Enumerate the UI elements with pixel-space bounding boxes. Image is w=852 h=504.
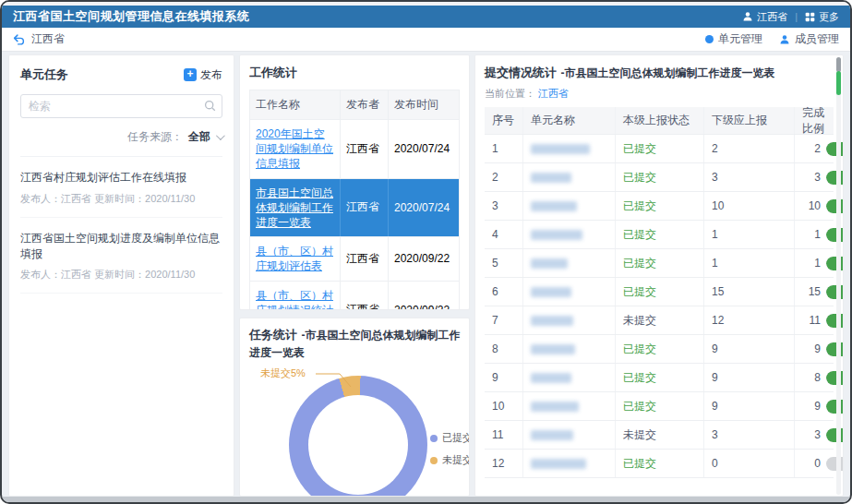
plus-icon: + — [184, 68, 197, 81]
submission-table-row[interactable]: 7 未提交 12 11 92% — [485, 306, 834, 335]
report-status: 已提交 — [623, 456, 656, 472]
unit-name-redacted — [531, 144, 590, 154]
row-seq: 4 — [485, 221, 523, 248]
work-publish-date: 2020/09/22 — [389, 237, 459, 280]
task-search-input[interactable] — [20, 94, 222, 118]
unit-name-redacted — [531, 344, 575, 354]
submission-stats-panel: 提交情况统计 -市县国土空间总体规划编制工作进度一览表 当前位置： 江西省 序号… — [474, 54, 844, 497]
publish-button[interactable]: + 发布 — [184, 67, 222, 83]
report-status: 未提交 — [623, 427, 656, 443]
work-publisher: 江西省 — [341, 237, 389, 280]
submission-table-row[interactable]: 12 已提交 0 0 0% — [485, 450, 834, 478]
work-table-row[interactable]: 县（市、区）村庄规划评估表 江西省 2020/09/22 — [250, 237, 459, 281]
progress-percent: 100% — [826, 257, 844, 270]
submission-table-row[interactable]: 11 未提交 3 3 100% — [485, 421, 834, 450]
user-icon — [742, 11, 753, 22]
submission-table-row[interactable]: 8 已提交 9 9 100% — [485, 335, 834, 364]
vertical-scrollbar[interactable] — [836, 57, 841, 495]
legend-dot-icon — [430, 435, 438, 442]
window-bottom-edge — [2, 497, 850, 502]
work-publisher: 江西省 — [341, 120, 389, 178]
header-divider: | — [795, 11, 798, 22]
row-seq: 8 — [485, 335, 523, 363]
progress-percent: 92% — [826, 314, 844, 328]
subordinate-done: 9 — [802, 400, 821, 413]
progress-percent: 100% — [826, 171, 844, 185]
location-link[interactable]: 江西省 — [538, 88, 569, 99]
unit-name-redacted — [531, 173, 571, 183]
submission-table-row[interactable]: 4 已提交 1 1 100% — [485, 221, 834, 249]
more-menu[interactable]: 更多 — [805, 10, 839, 24]
progress-bar: 100% — [826, 285, 844, 299]
main-content: 单元任务 + 发布 任务来源： 全部 江西省村庄规划评估工作在线填报 发布人：江… — [2, 52, 850, 497]
subordinate-due: 3 — [704, 421, 795, 449]
report-status: 已提交 — [623, 399, 656, 414]
work-table-row[interactable]: 市县国土空间总体规划编制工作进度一览表 江西省 2020/07/24 — [250, 179, 459, 238]
work-name-link[interactable]: 县（市、区）村庄规划评估表 — [256, 244, 334, 273]
progress-bar: 89% — [826, 371, 844, 385]
subordinate-due: 0 — [704, 450, 795, 477]
task-title: 江西省村庄规划评估工作在线填报 — [20, 170, 222, 186]
submission-table-row[interactable]: 3 已提交 10 10 100% — [485, 192, 834, 221]
scrollbar-thumb[interactable] — [836, 71, 841, 95]
work-table-row[interactable]: 县（市、区）村庄规划情况统计表 江西省 2020/09/22 — [250, 282, 459, 311]
search-icon[interactable] — [204, 100, 216, 112]
col-unit-name: 单元名称 — [523, 107, 616, 134]
progress-percent: 100% — [826, 285, 844, 299]
legend-item[interactable]: 未提交 — [430, 453, 470, 467]
subordinate-done: 0 — [802, 457, 821, 470]
col-publisher: 发布者 — [341, 90, 389, 119]
donut-chart: 未提交5% 已提交95% 已提交 未提交 — [249, 365, 470, 497]
subordinate-due: 9 — [704, 335, 795, 363]
subordinate-due: 3 — [704, 163, 795, 191]
row-seq: 3 — [485, 192, 523, 220]
chevron-down-icon[interactable] — [216, 131, 225, 140]
back-button[interactable]: 江西省 — [13, 31, 65, 47]
work-table-row[interactable]: 2020年国土空间规划编制单位信息填报 江西省 2020/07/24 — [250, 120, 459, 179]
unit-name-redacted — [531, 459, 586, 469]
submission-stats-subtitle: -市县国土空间总体规划编制工作进度一览表 — [560, 66, 774, 79]
report-status: 已提交 — [623, 227, 656, 243]
work-stats-title: 工作统计 — [249, 65, 460, 81]
subordinate-done: 9 — [802, 342, 821, 355]
submission-table-row[interactable]: 10 已提交 9 9 100% — [485, 392, 834, 421]
report-status: 已提交 — [623, 284, 656, 300]
work-name-link[interactable]: 2020年国土空间规划编制单位信息填报 — [256, 126, 334, 172]
col-subordinate-due: 下级应上报 — [704, 107, 795, 134]
unit-tasks-title: 单元任务 — [20, 66, 68, 83]
work-publisher: 江西省 — [341, 179, 389, 237]
work-name-link[interactable]: 市县国土空间总体规划编制工作进度一览表 — [256, 186, 334, 231]
submission-table-row[interactable]: 2 已提交 3 3 100% — [485, 163, 834, 192]
task-source-select[interactable]: 全部 — [188, 129, 210, 145]
subordinate-done: 10 — [802, 199, 821, 212]
row-seq: 2 — [485, 163, 523, 191]
subordinate-done: 15 — [802, 285, 821, 298]
legend-item[interactable]: 已提交 — [430, 431, 470, 445]
task-list-item[interactable]: 江西省村庄规划评估工作在线填报 发布人：江西省 更新时间：2020/11/30 — [20, 157, 222, 218]
row-seq: 6 — [485, 278, 523, 306]
work-publisher: 江西省 — [341, 282, 389, 311]
submission-table-row[interactable]: 5 已提交 1 1 100% — [485, 249, 834, 278]
unit-tasks-panel: 单元任务 + 发布 任务来源： 全部 江西省村庄规划评估工作在线填报 发布人：江… — [8, 54, 234, 497]
report-status: 已提交 — [623, 256, 656, 271]
progress-percent: 100% — [826, 228, 844, 242]
chart-legend: 已提交 未提交 — [430, 431, 470, 467]
task-stats-title: 任务统计 — [249, 328, 297, 342]
submission-table-row[interactable]: 6 已提交 15 15 100% — [485, 278, 834, 306]
row-seq: 11 — [485, 421, 523, 449]
member-management-button[interactable]: 成员管理 — [779, 31, 839, 47]
unit-management-button[interactable]: 单元管理 — [705, 31, 762, 47]
subordinate-due: 2 — [704, 135, 795, 162]
work-name-link[interactable]: 县（市、区）村庄规划情况统计表 — [256, 288, 334, 311]
subordinate-done: 3 — [802, 428, 821, 441]
app-header: 江西省国土空间规划管理信息在线填报系统 江西省 | 更多 — [2, 6, 850, 28]
submission-table-row[interactable]: 9 已提交 9 8 89% — [485, 364, 834, 392]
task-meta: 发布人：江西省 更新时间：2020/11/30 — [20, 192, 222, 206]
progress-percent: 100% — [826, 199, 844, 213]
submission-table-row[interactable]: 1 已提交 2 2 100% — [485, 135, 834, 163]
task-stats-panel: 任务统计 -市县国土空间总体规划编制工作进度一览表 未提交5% 已提交95% — [239, 318, 470, 497]
task-list-item[interactable]: 江西省国土空间规划进度及编制单位信息填报 发布人：江西省 更新时间：2020/1… — [20, 218, 222, 294]
unsubmitted-label: 未提交5% — [260, 366, 306, 380]
unit-name-redacted — [531, 402, 579, 412]
user-menu[interactable]: 江西省 — [742, 10, 787, 24]
